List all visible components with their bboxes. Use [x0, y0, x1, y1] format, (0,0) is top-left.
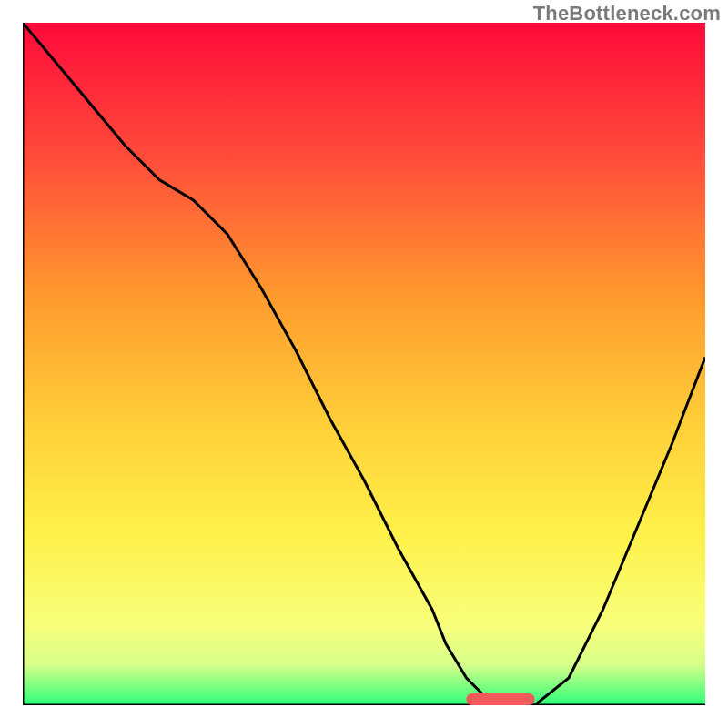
gradient-background [23, 23, 705, 705]
bottleneck-chart: TheBottleneck.com [0, 0, 728, 728]
plot-area [23, 23, 705, 705]
svg-rect-0 [23, 23, 705, 705]
